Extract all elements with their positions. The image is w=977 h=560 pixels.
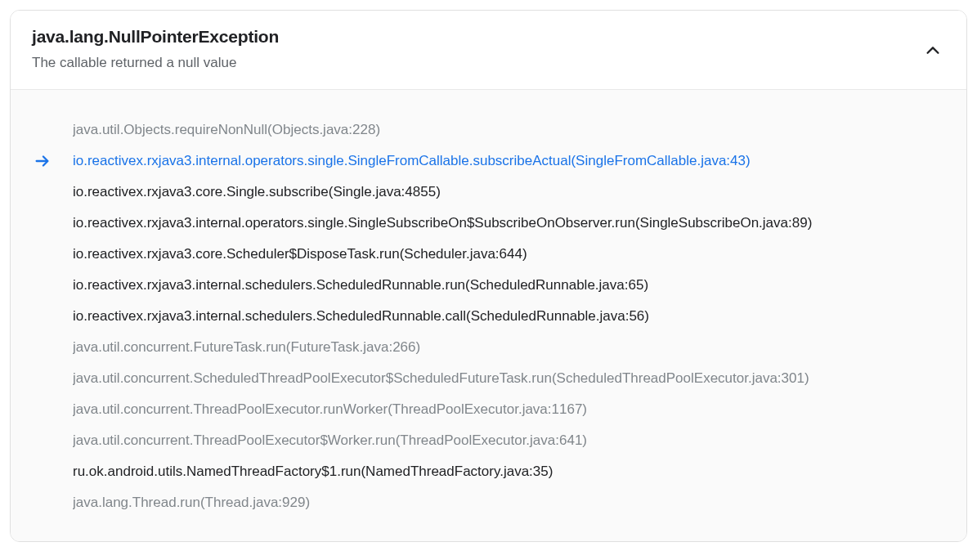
exception-header-text: java.lang.NullPointerException The calla… [32, 27, 279, 71]
stack-frame-text: java.util.concurrent.FutureTask.run(Futu… [73, 337, 420, 358]
stack-trace-list: java.util.Objects.requireNonNull(Objects… [32, 114, 945, 518]
exception-card: java.lang.NullPointerException The calla… [10, 10, 967, 542]
stack-frame[interactable]: io.reactivex.rxjava3.internal.schedulers… [32, 301, 945, 332]
stack-frame[interactable]: io.reactivex.rxjava3.core.Scheduler$Disp… [32, 239, 945, 270]
exception-message: The callable returned a null value [32, 55, 279, 71]
stack-frame-text: io.reactivex.rxjava3.core.Scheduler$Disp… [73, 244, 527, 265]
stack-frame[interactable]: java.util.Objects.requireNonNull(Objects… [32, 114, 945, 146]
stack-frame-text: java.util.concurrent.ThreadPoolExecutor.… [73, 399, 587, 420]
stack-frame-text: io.reactivex.rxjava3.internal.operators.… [73, 150, 751, 172]
stack-frame-text: io.reactivex.rxjava3.internal.schedulers… [73, 306, 649, 327]
stack-frame[interactable]: java.util.concurrent.ThreadPoolExecutor.… [32, 394, 945, 425]
exception-title: java.lang.NullPointerException [32, 27, 279, 47]
stack-frame-text: io.reactivex.rxjava3.core.Single.subscri… [73, 181, 441, 203]
arrow-right-icon [32, 152, 53, 170]
stack-frame[interactable]: java.util.concurrent.ThreadPoolExecutor$… [32, 425, 945, 456]
stack-frame-text: java.util.Objects.requireNonNull(Objects… [73, 119, 380, 141]
stack-frame[interactable]: java.util.concurrent.FutureTask.run(Futu… [32, 332, 945, 363]
stack-frame[interactable]: java.lang.Thread.run(Thread.java:929) [32, 487, 945, 518]
exception-header[interactable]: java.lang.NullPointerException The calla… [11, 11, 966, 89]
chevron-up-icon[interactable] [924, 42, 942, 63]
stack-frame[interactable]: io.reactivex.rxjava3.internal.operators.… [32, 208, 945, 239]
stack-frame-text: java.util.concurrent.ScheduledThreadPool… [73, 368, 809, 389]
stack-frame[interactable]: io.reactivex.rxjava3.core.Single.subscri… [32, 177, 945, 208]
stack-frame[interactable]: java.util.concurrent.ScheduledThreadPool… [32, 363, 945, 394]
stack-trace-body: java.util.Objects.requireNonNull(Objects… [11, 89, 966, 541]
stack-frame-text: io.reactivex.rxjava3.internal.schedulers… [73, 275, 648, 296]
stack-frame[interactable]: io.reactivex.rxjava3.internal.schedulers… [32, 270, 945, 301]
stack-frame-text: io.reactivex.rxjava3.internal.operators.… [73, 213, 812, 234]
stack-frame[interactable]: ru.ok.android.utils.NamedThreadFactory$1… [32, 456, 945, 487]
stack-frame-text: ru.ok.android.utils.NamedThreadFactory$1… [73, 461, 553, 482]
stack-frame-text: java.util.concurrent.ThreadPoolExecutor$… [73, 430, 587, 451]
stack-frame-text: java.lang.Thread.run(Thread.java:929) [73, 492, 310, 513]
stack-frame[interactable]: io.reactivex.rxjava3.internal.operators.… [32, 146, 945, 177]
